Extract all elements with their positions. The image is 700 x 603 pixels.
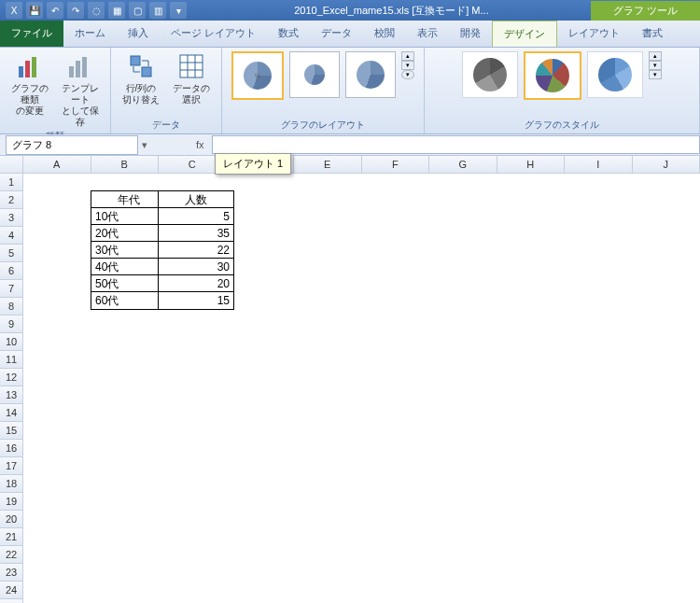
qat-icon[interactable]: ◌ xyxy=(88,2,105,19)
row-header[interactable]: 22 xyxy=(0,546,23,564)
cell[interactable] xyxy=(91,174,166,191)
cell[interactable] xyxy=(225,560,301,578)
cell[interactable] xyxy=(427,358,502,376)
cell[interactable] xyxy=(91,526,166,544)
cell[interactable] xyxy=(427,594,502,603)
cell[interactable] xyxy=(225,510,301,527)
cell[interactable] xyxy=(427,224,502,242)
cell[interactable] xyxy=(561,291,637,309)
cell[interactable] xyxy=(91,392,166,410)
row-header[interactable]: 8 xyxy=(0,298,23,316)
cell[interactable] xyxy=(292,442,368,460)
cell[interactable] xyxy=(158,560,233,578)
cell[interactable] xyxy=(628,224,700,242)
cell[interactable] xyxy=(292,594,368,603)
cell[interactable] xyxy=(23,560,99,578)
cell[interactable] xyxy=(561,241,637,259)
cell[interactable] xyxy=(628,577,700,595)
cell[interactable] xyxy=(23,526,99,544)
cell[interactable] xyxy=(628,510,700,527)
data-cell[interactable]: 20 xyxy=(158,274,234,293)
cell[interactable] xyxy=(628,459,700,477)
cell[interactable] xyxy=(561,493,637,511)
cell[interactable] xyxy=(561,342,637,359)
cell[interactable] xyxy=(494,224,569,242)
cell[interactable] xyxy=(225,325,301,343)
cell[interactable] xyxy=(23,459,99,477)
cell[interactable] xyxy=(23,577,99,595)
qat-icon[interactable]: ▥ xyxy=(149,2,166,19)
cell[interactable] xyxy=(427,409,502,427)
cell[interactable] xyxy=(158,577,233,595)
cell[interactable] xyxy=(561,543,637,561)
cell[interactable] xyxy=(292,325,368,343)
cell[interactable] xyxy=(427,543,502,561)
data-cell[interactable]: 人数 xyxy=(158,190,234,209)
cell[interactable] xyxy=(628,358,700,376)
cell[interactable] xyxy=(359,274,435,292)
cell[interactable] xyxy=(561,392,637,410)
cell[interactable] xyxy=(225,426,301,443)
cell[interactable] xyxy=(494,358,569,376)
cell[interactable] xyxy=(628,526,700,544)
cell[interactable] xyxy=(494,308,569,326)
name-box-dropdown-icon[interactable]: ▾ xyxy=(138,139,151,151)
cell[interactable] xyxy=(359,358,435,376)
cell[interactable] xyxy=(628,594,700,603)
cell[interactable] xyxy=(359,308,435,326)
cell[interactable] xyxy=(292,190,368,208)
layout-thumb-3[interactable] xyxy=(345,51,396,98)
cell[interactable] xyxy=(91,459,166,477)
cell[interactable] xyxy=(561,308,637,326)
cell[interactable] xyxy=(292,476,368,494)
name-box[interactable]: グラフ 8 xyxy=(6,135,138,155)
row-header[interactable]: 16 xyxy=(0,440,23,457)
cell[interactable] xyxy=(561,577,637,595)
cell[interactable] xyxy=(494,241,569,259)
cell[interactable] xyxy=(561,442,637,460)
cell[interactable] xyxy=(494,426,569,443)
cell[interactable] xyxy=(158,358,233,376)
col-header[interactable]: A xyxy=(23,156,91,174)
cell[interactable] xyxy=(427,493,502,511)
cell[interactable] xyxy=(628,274,700,292)
cell[interactable] xyxy=(91,594,166,603)
cell[interactable] xyxy=(225,442,301,460)
cell[interactable] xyxy=(494,526,569,544)
style-up-button[interactable]: ▴ xyxy=(649,51,662,61)
tab-view[interactable]: 表示 xyxy=(406,21,449,47)
cell[interactable] xyxy=(628,342,700,359)
select-all-corner[interactable] xyxy=(0,156,23,174)
cell[interactable] xyxy=(427,442,502,460)
tab-format[interactable]: 書式 xyxy=(631,21,674,47)
row-header[interactable]: 4 xyxy=(0,227,23,245)
data-cell[interactable]: 20代 xyxy=(91,224,167,243)
layout-thumb-2[interactable] xyxy=(289,51,340,98)
cell[interactable] xyxy=(494,476,569,494)
cell[interactable] xyxy=(427,560,502,578)
cell[interactable] xyxy=(225,577,301,595)
cell[interactable] xyxy=(359,493,435,511)
cell[interactable] xyxy=(91,442,166,460)
cell[interactable] xyxy=(23,224,99,242)
tab-review[interactable]: 校閲 xyxy=(363,21,406,47)
style-thumb[interactable] xyxy=(587,51,643,98)
excel-icon[interactable]: X xyxy=(6,2,22,19)
row-header[interactable]: 14 xyxy=(0,404,23,422)
cell[interactable] xyxy=(561,358,637,376)
cell[interactable] xyxy=(427,190,502,208)
row-header[interactable]: 2 xyxy=(0,191,23,209)
cell[interactable] xyxy=(561,510,637,527)
row-header[interactable]: 24 xyxy=(0,582,23,599)
cell[interactable] xyxy=(91,426,166,443)
cell[interactable] xyxy=(494,577,569,595)
cell[interactable] xyxy=(23,392,99,410)
cell[interactable] xyxy=(359,526,435,544)
cell[interactable] xyxy=(91,476,166,494)
row-header[interactable]: 1 xyxy=(0,174,23,191)
data-cell[interactable]: 40代 xyxy=(91,258,167,276)
row-header[interactable]: 9 xyxy=(0,316,23,333)
layout-thumb-1[interactable]: % xyxy=(231,51,284,100)
cell[interactable] xyxy=(427,291,502,309)
cell[interactable] xyxy=(561,560,637,578)
